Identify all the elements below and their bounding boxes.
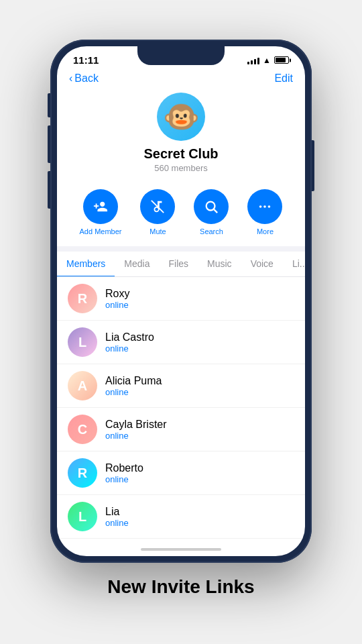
more-label: More [257,227,274,235]
add-member-label: Add Member [80,227,122,235]
member-name: Roxy [105,288,294,300]
member-info: Liaonline [105,506,294,528]
tab-members[interactable]: Members [57,252,115,277]
member-status: online [105,431,294,441]
member-status: online [105,474,294,484]
list-item[interactable]: AAlicia Pumaonline [57,364,305,408]
add-member-icon-circle [83,189,118,224]
status-icons: ▲ [247,56,289,65]
list-item[interactable]: RRoxyonline [57,277,305,321]
tabs-container: Members Media Files Music Voice Li... [57,252,305,277]
more-icon-circle [247,189,282,224]
side-btn-power [312,140,314,191]
phone-screen: 11:11 ▲ ‹ Ba [57,46,305,556]
signal-bars-icon [247,56,259,64]
group-avatar: 🐵 [157,93,205,141]
search-icon [204,199,219,214]
avatar: L [68,502,97,531]
caption: New Invite Links [107,576,254,598]
member-status: online [105,343,294,354]
wifi-icon: ▲ [263,56,271,65]
mute-icon-circle [140,189,175,224]
avatar: L [68,327,97,357]
tab-voice[interactable]: Voice [241,252,283,276]
side-btn-mute [48,93,50,117]
member-info: Cayla Bristeronline [105,419,294,441]
add-member-button[interactable]: Add Member [80,189,122,235]
edit-button[interactable]: Edit [274,72,293,85]
member-name: Lia [105,506,294,518]
member-name: Cayla Brister [105,419,294,431]
avatar: R [68,284,97,313]
nav-bar: ‹ Back Edit [57,68,305,90]
members-list: RRoxyonlineLLia CastroonlineAAlicia Puma… [57,277,305,543]
search-label: Search [200,227,223,235]
group-name: Secret Club [143,146,218,162]
side-btn-vol-down [48,171,50,209]
side-btn-vol-up [48,125,50,163]
tab-links[interactable]: Li... [283,252,305,276]
member-status: online [105,387,294,397]
tab-media[interactable]: Media [115,252,159,276]
search-icon-circle [194,189,229,224]
svg-point-1 [206,202,215,211]
mute-button[interactable]: Mute [140,189,175,235]
battery-icon [274,56,289,64]
member-name: Alicia Puma [105,375,294,387]
search-button[interactable]: Search [194,189,229,235]
phone-frame: 11:11 ▲ ‹ Ba [50,40,312,563]
svg-point-3 [259,205,262,208]
svg-line-2 [215,209,218,213]
member-info: Robertoonline [105,462,294,484]
member-name: Lia Castro [105,331,294,343]
avatar: C [68,415,97,444]
back-button[interactable]: ‹ Back [69,72,99,85]
list-item[interactable]: CCayla Bristeronline [57,408,305,451]
more-dots-icon [257,199,272,214]
group-avatar-emoji: 🐵 [163,102,200,131]
list-item[interactable]: RRobertoonline [57,451,305,495]
avatar: R [68,458,97,488]
more-button[interactable]: More [247,189,282,235]
svg-point-4 [264,205,267,208]
tab-music[interactable]: Music [198,252,241,276]
list-item[interactable]: LLiaonline [57,495,305,539]
group-members-count: 560 members [154,163,207,173]
list-item[interactable]: LLia Castroonline [57,321,305,364]
status-time: 11:11 [73,54,99,66]
home-bar [141,548,221,551]
member-info: Roxyonline [105,288,294,310]
group-header: 🐵 Secret Club 560 members [57,90,305,182]
mute-label: Mute [149,227,166,235]
avatar: A [68,371,97,400]
member-info: Alicia Pumaonline [105,375,294,397]
action-buttons: Add Member Mute [57,182,305,246]
member-status: online [105,300,294,310]
member-info: Lia Castroonline [105,331,294,354]
page-wrapper: 11:11 ▲ ‹ Ba [0,26,362,618]
svg-point-5 [268,205,271,208]
chevron-left-icon: ‹ [69,72,72,85]
home-indicator [57,543,305,556]
member-status: online [105,518,294,528]
member-name: Roberto [105,462,294,474]
notch [137,46,225,65]
section-divider [57,246,305,252]
mute-icon [150,199,165,214]
person-plus-icon [93,199,108,214]
back-label: Back [74,72,99,85]
tab-files[interactable]: Files [160,252,198,276]
